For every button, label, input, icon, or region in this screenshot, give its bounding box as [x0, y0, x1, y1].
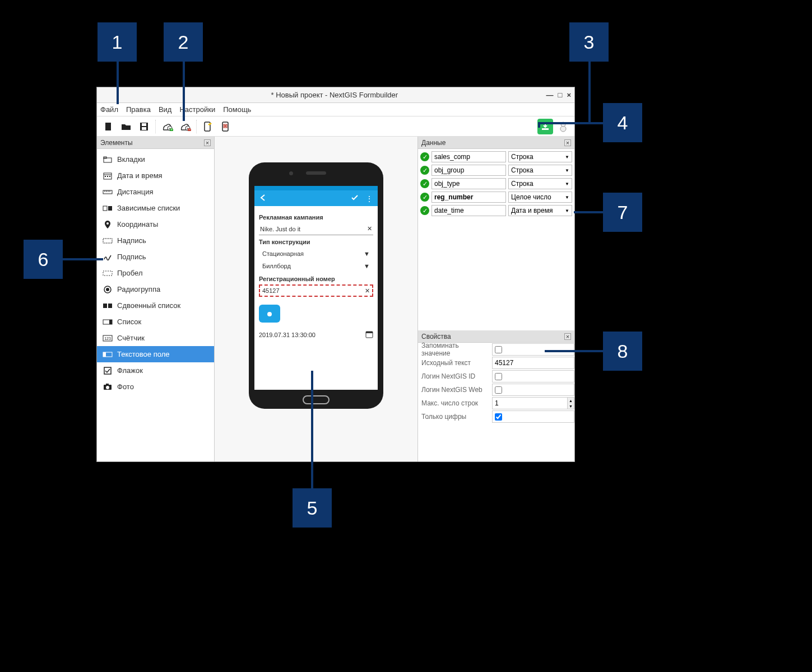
- device-edit-button[interactable]: [200, 119, 216, 134]
- calendar-icon: [103, 171, 113, 181]
- callout-2: 2: [164, 22, 203, 62]
- element-item-list[interactable]: Список: [97, 314, 214, 330]
- prop-loginid-label: Логин NextGIS ID: [418, 372, 492, 380]
- svg-rect-32: [103, 206, 107, 211]
- mascot-icon[interactable]: [555, 119, 571, 134]
- element-item-textfield[interactable]: Текстовое поле: [97, 346, 214, 362]
- photo-icon: [103, 382, 113, 392]
- cloud-upload-button[interactable]: x+: [159, 119, 175, 134]
- textfield-icon: [103, 349, 113, 360]
- menu-edit[interactable]: Правка: [126, 105, 151, 114]
- prop-digits-value[interactable]: [492, 410, 574, 423]
- deplist-icon: [103, 203, 113, 213]
- data-row: ✓obj_typeСтрока▼: [420, 177, 572, 190]
- data-panel: Данные × ✓sales_compСтрока▼✓obj_groupСтр…: [418, 137, 574, 218]
- type-select-1[interactable]: Стационарная▼: [259, 248, 373, 260]
- callout-8: 8: [603, 332, 642, 371]
- element-item-label: Зависимые списки: [117, 204, 180, 212]
- svg-rect-15: [542, 128, 549, 130]
- callout-1: 1: [98, 22, 137, 62]
- data-field-type[interactable]: Целое число▼: [508, 192, 572, 203]
- menu-file[interactable]: Файл: [100, 105, 118, 114]
- data-field-type[interactable]: Строка▼: [508, 165, 572, 176]
- data-row: ✓reg_numberЦелое число▼: [420, 190, 572, 204]
- duallist-icon: [103, 301, 113, 311]
- element-item-pin[interactable]: Координаты: [97, 216, 214, 232]
- camera-button[interactable]: [259, 305, 280, 323]
- device-delete-button[interactable]: [218, 119, 234, 134]
- svg-rect-40: [108, 304, 112, 308]
- maximize-button[interactable]: □: [558, 91, 563, 99]
- element-item-tabs[interactable]: Вкладки: [97, 151, 214, 167]
- save-file-button[interactable]: [136, 119, 152, 134]
- menu-dots-icon[interactable]: ⋮: [365, 194, 373, 203]
- data-row: ✓date_timeДата и время▼: [420, 204, 572, 217]
- prop-loginweb-value[interactable]: [492, 384, 574, 396]
- svg-point-53: [267, 312, 272, 316]
- element-item-label: Надпись: [117, 236, 146, 245]
- element-item-ruler[interactable]: Дистанция: [97, 184, 214, 200]
- pin-icon: [103, 220, 113, 230]
- element-item-duallist[interactable]: Сдвоенный список: [97, 297, 214, 314]
- element-item-space[interactable]: Пробел: [97, 265, 214, 281]
- new-file-button[interactable]: [100, 119, 116, 134]
- clear-icon[interactable]: ✕: [365, 287, 370, 295]
- date-field[interactable]: 2019.07.31 13:30:00: [259, 330, 373, 339]
- element-item-label: Дистанция: [117, 188, 154, 196]
- element-item-deplist[interactable]: Зависимые списки: [97, 200, 214, 216]
- svg-point-50: [106, 386, 109, 389]
- element-item-photo[interactable]: Фото: [97, 379, 214, 395]
- prop-loginid-value[interactable]: [492, 370, 574, 382]
- close-button[interactable]: ×: [567, 91, 571, 99]
- elements-panel-close[interactable]: ×: [204, 139, 211, 146]
- back-icon[interactable]: [259, 194, 267, 203]
- data-field-name[interactable]: obj_type: [431, 178, 506, 189]
- phone-topbar: ⋮: [254, 190, 378, 206]
- data-field-type[interactable]: Строка▼: [508, 151, 572, 162]
- prop-initial-value[interactable]: 45127: [492, 357, 574, 369]
- data-field-type[interactable]: Строка▼: [508, 178, 572, 189]
- reg-input[interactable]: 45127 ✕: [259, 284, 373, 297]
- check-icon: ✓: [420, 166, 429, 175]
- element-item-checkbox[interactable]: Флажок: [97, 362, 214, 379]
- minimize-button[interactable]: —: [546, 91, 554, 99]
- properties-panel-close[interactable]: ×: [564, 333, 571, 340]
- data-field-name[interactable]: obj_group: [431, 165, 506, 176]
- element-item-counter[interactable]: 123Счётчик: [97, 330, 214, 346]
- check-icon[interactable]: [351, 194, 359, 202]
- element-item-signature[interactable]: Подпись: [97, 249, 214, 265]
- cloud-download-button[interactable]: x−: [177, 119, 193, 134]
- element-item-label[interactable]: Надпись: [97, 232, 214, 249]
- data-panel-close[interactable]: ×: [564, 139, 571, 146]
- svg-rect-26: [109, 176, 110, 177]
- clear-icon[interactable]: ✕: [367, 225, 372, 232]
- menu-view[interactable]: Вид: [159, 105, 172, 114]
- svg-rect-0: [105, 123, 111, 130]
- callout-4: 4: [603, 103, 642, 142]
- element-item-label: Радиогруппа: [117, 285, 160, 293]
- campaign-input[interactable]: Nike. Just do it ✕: [259, 223, 373, 235]
- check-icon: ✓: [420, 179, 429, 188]
- element-item-label: Список: [117, 318, 141, 326]
- callout-5: 5: [293, 488, 332, 528]
- label-icon: [103, 236, 113, 246]
- svg-point-34: [106, 222, 109, 225]
- type-select-2[interactable]: Биллборд▼: [259, 260, 373, 272]
- prop-remember-value[interactable]: [492, 343, 574, 356]
- properties-panel-title: Свойства: [421, 333, 451, 340]
- data-field-type[interactable]: Дата и время▼: [508, 205, 572, 216]
- data-field-name[interactable]: sales_comp: [431, 151, 506, 162]
- svg-text:−: −: [188, 128, 191, 131]
- menu-help[interactable]: Помощь: [223, 105, 251, 114]
- checkbox-icon: [103, 366, 113, 376]
- element-item-calendar[interactable]: Дата и время: [97, 167, 214, 184]
- data-field-name[interactable]: reg_number: [431, 192, 506, 203]
- svg-rect-27: [103, 190, 112, 194]
- open-file-button[interactable]: [118, 119, 134, 134]
- prop-maxlines-value[interactable]: 1 ▲▼: [492, 397, 574, 409]
- element-item-radio[interactable]: Радиогруппа: [97, 281, 214, 297]
- window-title: * Новый проект - NextGIS Formbuilder: [123, 91, 546, 99]
- data-field-name[interactable]: date_time: [431, 205, 506, 216]
- svg-rect-47: [104, 367, 111, 374]
- data-row: ✓sales_compСтрока▼: [420, 150, 572, 164]
